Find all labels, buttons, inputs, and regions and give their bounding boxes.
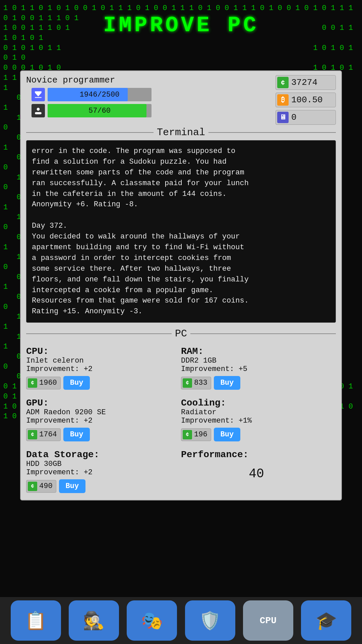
bitcoin-value: 100.50 (291, 95, 323, 105)
cooling-price: 196 (194, 430, 207, 439)
datastorage-improvement: Improvement: +2 (26, 468, 177, 477)
cooling-price-badge: ¢ 196 (181, 428, 211, 441)
anonymity-text: 57/60 (88, 107, 111, 115)
terminal-text: error in the code. The program was suppo… (32, 146, 330, 317)
ram-buy-row: ¢ 833 Buy (181, 376, 332, 390)
cpu-price-badge: ¢ 1960 (26, 377, 61, 389)
player-name: Novice programmer (26, 75, 150, 85)
gpu-name: ADM Raedon 9200 SE (26, 408, 177, 417)
svg-point-1 (37, 108, 40, 111)
nav-cpu-button[interactable]: CPU (243, 600, 293, 641)
datastorage-item: Data Storage: HDD 30GB Improvement: +2 ¢… (26, 445, 181, 496)
ram-price-badge: ¢ 833 (181, 377, 211, 389)
anonymity-bar: 57/60 (48, 104, 152, 117)
education-icon: 🎓 (315, 610, 337, 631)
datastorage-price-icon: ¢ (28, 482, 37, 491)
performance-item: Performance: 40 (181, 445, 336, 496)
performance-value: 40 (181, 460, 332, 481)
datastorage-price: 490 (39, 482, 53, 490)
bottom-nav: 📋 🕵️ 🎭 🛡️ CPU 🎓 (0, 597, 362, 644)
tasks-icon: 📋 (25, 610, 47, 631)
nav-anon-button[interactable]: 🎭 (127, 600, 177, 641)
currency-badges: ¢ 37274 ₿ 100.50 🖥 0 (276, 75, 336, 125)
ram-label: RAM: (181, 346, 332, 357)
gpu-improvement: Improvement: +2 (26, 417, 177, 425)
ram-price: 833 (194, 379, 207, 387)
cpu-nav-icon: CPU (260, 615, 277, 626)
gpu-buy-row: ¢ 1764 Buy (26, 428, 177, 441)
bitcoin-badge: ₿ 100.50 (276, 93, 336, 107)
monitor-badge: 🖥 0 (276, 110, 336, 125)
cooling-item: Cooling: Radiator Improvement: +1% ¢ 196… (181, 393, 336, 445)
monitor-value: 0 (291, 112, 297, 122)
terminal-divider: Terminal (21, 125, 341, 140)
bitcoin-icon: ₿ (277, 94, 289, 106)
svg-rect-2 (35, 112, 42, 114)
pc-divider-line-left (26, 333, 172, 334)
datastorage-buy-button[interactable]: Buy (59, 479, 86, 493)
datastorage-name: HDD 30GB (26, 460, 177, 468)
page-title: IMPROVE PC (0, 13, 362, 38)
terminal-label: Terminal (157, 127, 205, 138)
ram-item: RAM: DDR2 1GB Improvement: +5 ¢ 833 Buy (181, 341, 336, 393)
cpu-buy-row: ¢ 1960 Buy (26, 376, 177, 390)
terminal: error in the code. The program was suppo… (26, 140, 336, 323)
gpu-price-badge: ¢ 1764 (26, 428, 61, 441)
ram-price-icon: ¢ (183, 378, 192, 388)
datastorage-buy-row: ¢ 490 Buy (26, 479, 177, 493)
ram-improvement: Improvement: +5 (181, 365, 332, 373)
gpu-buy-button[interactable]: Buy (63, 428, 90, 441)
ram-buy-button[interactable]: Buy (214, 376, 241, 390)
pc-grid: CPU: Inlet celeron Improvement: +2 ¢ 196… (21, 341, 341, 496)
performance-label: Performance: (181, 449, 332, 460)
divider-line-left (26, 132, 154, 133)
ram-name: DDR2 1GB (181, 357, 332, 365)
pc-label: PC (175, 328, 187, 339)
divider-line-right (208, 132, 336, 133)
pc-divider-line-right (190, 333, 336, 334)
gpu-label: GPU: (26, 398, 177, 408)
cooling-buy-button[interactable]: Buy (214, 428, 241, 441)
coins-value: 37274 (291, 77, 317, 88)
datastorage-label: Data Storage: (26, 449, 177, 460)
gpu-price-icon: ¢ (28, 430, 37, 439)
cpu-name: Inlet celeron (26, 357, 177, 365)
coins-icon: ¢ (277, 77, 289, 88)
gpu-price: 1764 (39, 430, 57, 439)
pc-divider: PC (21, 326, 341, 341)
datastorage-price-badge: ¢ 490 (26, 480, 56, 493)
xp-icon (32, 88, 45, 101)
nav-education-button[interactable]: 🎓 (301, 600, 351, 641)
vpn-icon: 🛡️ (199, 610, 221, 631)
cpu-price: 1960 (39, 379, 57, 387)
monitor-icon: 🖥 (277, 112, 289, 123)
anon-icon: 🎭 (141, 610, 163, 631)
nav-tasks-button[interactable]: 📋 (11, 600, 61, 641)
nav-hacker-button[interactable]: 🕵️ (69, 600, 119, 641)
xp-text: 1946/2500 (80, 91, 120, 99)
anonymity-icon (32, 104, 45, 117)
cpu-label: CPU: (26, 346, 177, 357)
cooling-price-icon: ¢ (183, 430, 192, 439)
nav-vpn-button[interactable]: 🛡️ (185, 600, 235, 641)
stats-bar: Novice programmer 1946/2500 (21, 71, 341, 125)
coins-badge: ¢ 37274 (276, 75, 336, 90)
cpu-improvement: Improvement: +2 (26, 365, 177, 373)
cooling-buy-row: ¢ 196 Buy (181, 428, 332, 441)
cpu-item: CPU: Inlet celeron Improvement: +2 ¢ 196… (26, 341, 181, 393)
gpu-item: GPU: ADM Raedon 9200 SE Improvement: +2 … (26, 393, 181, 445)
cpu-price-icon: ¢ (28, 378, 37, 388)
cooling-improvement: Improvement: +1% (181, 417, 332, 425)
xp-bar: 1946/2500 (48, 88, 152, 101)
cooling-label: Cooling: (181, 398, 332, 408)
main-panel: Novice programmer 1946/2500 (20, 70, 342, 500)
progress-section: 1946/2500 57/60 (26, 85, 157, 120)
cooling-name: Radiator (181, 408, 332, 417)
svg-rect-0 (35, 97, 42, 98)
xp-row: 1946/2500 (32, 88, 152, 101)
cpu-buy-button[interactable]: Buy (63, 376, 90, 390)
anonymity-row: 57/60 (32, 104, 152, 117)
hacker-icon: 🕵️ (83, 610, 105, 631)
